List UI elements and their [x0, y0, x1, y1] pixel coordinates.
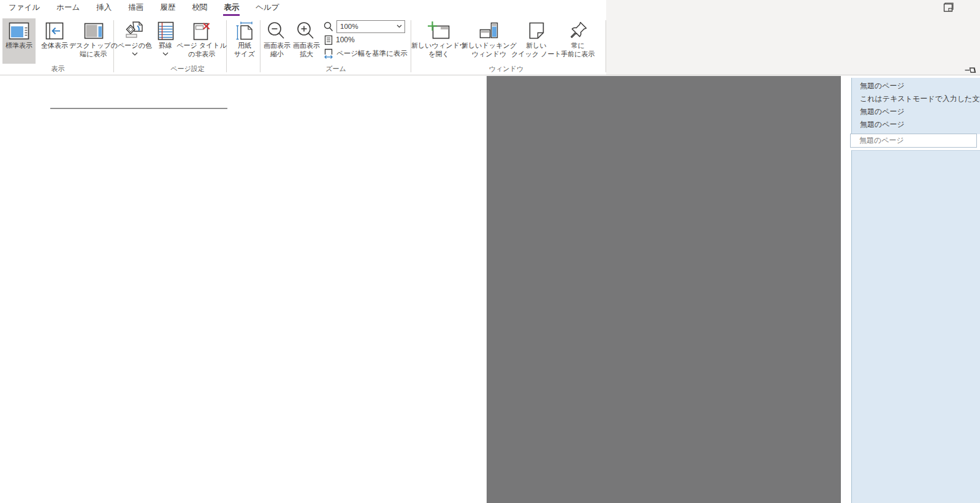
new-docked-window-label: 新しいドッキングウィンドウ — [462, 42, 517, 58]
menu-tab-view[interactable]: 表示 — [223, 0, 240, 17]
horizontal-pin-icon — [965, 66, 976, 74]
ribbon-group-view: 標準表示 全体表示 — [2, 17, 113, 75]
new-quick-note-icon — [527, 20, 546, 42]
group-label-zoom: ズーム — [262, 64, 409, 74]
normal-view-icon — [9, 20, 29, 42]
hide-page-title-label: ページ タイトルの非表示 — [177, 42, 227, 58]
group-label-view: 表示 — [2, 64, 113, 74]
chevron-down-icon[interactable] — [397, 25, 402, 28]
zoom-out-icon — [265, 20, 289, 42]
zoom-out-label: 画面表示縮小 — [264, 42, 291, 58]
paper-size-label: 用紙サイズ — [234, 42, 255, 58]
zoom-100-button[interactable]: 100% — [324, 33, 409, 47]
full-page-view-button[interactable]: 全体表示 — [36, 18, 74, 64]
ribbon-view-tab-panel: 標準表示 全体表示 — [0, 17, 980, 75]
page-list-top-block: 無題のページ これはテキストモードで入力した文章で 無題のページ 無題のページ — [851, 78, 980, 134]
menu-bar: ファイル ホーム 挿入 描画 履歴 校閲 表示 ヘルプ — [0, 0, 280, 17]
full-page-view-icon — [45, 20, 64, 42]
group-label-page-setup: ページ設定 — [116, 64, 259, 74]
content-area: 無題のページ これはテキストモードで入力した文章で 無題のページ 無題のページ … — [0, 76, 980, 503]
page-canvas[interactable] — [0, 76, 487, 503]
page-list-bottom-block — [851, 150, 980, 503]
page-color-label: ページの色 — [118, 42, 152, 50]
paper-size-button[interactable]: 用紙サイズ — [230, 18, 259, 64]
pushpin-icon — [568, 20, 588, 42]
ribbon-display-options-button[interactable] — [941, 2, 954, 15]
zoom-in-icon — [295, 20, 318, 42]
sidebar-unpin-button[interactable] — [965, 66, 976, 74]
chevron-down-icon[interactable] — [162, 52, 169, 56]
new-window-button[interactable]: 新しいウィンドウを開く — [414, 18, 463, 64]
page-color-icon — [125, 20, 145, 42]
page-color-button[interactable]: ページの色 — [116, 18, 153, 64]
page-list-item[interactable]: 無題のページ — [852, 105, 980, 118]
new-quick-note-button[interactable]: 新しいクイック ノート — [515, 18, 558, 64]
zoom-in-button[interactable]: 画面表示拡大 — [292, 18, 321, 64]
rule-lines-button[interactable]: 罫線 — [153, 18, 178, 64]
ribbon-group-window: 新しいウィンドウを開く 新しいドッキングウィンドウ — [414, 17, 598, 75]
group-label-window: ウィンドウ — [414, 64, 598, 74]
new-docked-window-icon — [479, 20, 499, 42]
new-quick-note-label: 新しいクイック ノート — [511, 42, 561, 58]
hide-page-title-icon — [193, 20, 210, 42]
zoom-level-combobox[interactable]: 100% — [336, 20, 405, 33]
app-chrome: ファイル ホーム 挿入 描画 履歴 校閲 表示 ヘルプ — [0, 0, 980, 75]
magnifier-icon — [324, 21, 333, 32]
new-window-label: 新しいウィンドウを開く — [411, 42, 466, 58]
menu-tab-draw[interactable]: 描画 — [127, 0, 144, 17]
group-separator — [606, 20, 606, 72]
menu-tab-home[interactable]: ホーム — [56, 0, 80, 17]
new-window-icon — [427, 20, 450, 42]
zoom-level-value: 100% — [340, 23, 397, 30]
normal-view-label: 標準表示 — [6, 42, 32, 50]
zoom-out-button[interactable]: 画面表示縮小 — [262, 18, 292, 64]
page-width-icon — [324, 48, 333, 59]
page-title-underline — [50, 108, 227, 109]
new-docked-window-button[interactable]: 新しいドッキングウィンドウ — [465, 18, 514, 64]
page-list-sidebar: 無題のページ これはテキストモードで入力した文章で 無題のページ 無題のページ … — [851, 76, 980, 503]
rule-lines-icon — [158, 20, 174, 42]
zoom-controls-stack: 100% — [324, 18, 409, 64]
menu-tab-help[interactable]: ヘルプ — [255, 0, 279, 17]
page-width-view-button[interactable]: ページ幅を基準に表示 — [324, 47, 409, 60]
menu-tab-file[interactable]: ファイル — [8, 0, 40, 17]
group-separator — [260, 20, 260, 72]
paper-size-icon — [235, 20, 254, 42]
rule-lines-label: 罫線 — [159, 42, 172, 50]
page-list-item[interactable]: 無題のページ — [852, 80, 980, 93]
dock-to-desktop-label: デスクトップの端に表示 — [69, 42, 118, 58]
hide-page-title-button[interactable]: ページ タイトルの非表示 — [178, 18, 226, 64]
page-list-item[interactable]: 無題のページ — [852, 118, 980, 131]
document-lines-icon — [324, 35, 333, 45]
always-on-top-button[interactable]: 常に手前に表示 — [559, 18, 597, 64]
ribbon-group-zoom: 画面表示縮小 画面表示拡大 — [262, 17, 409, 75]
menu-tab-history[interactable]: 履歴 — [159, 0, 176, 17]
app-background-panel — [487, 76, 841, 503]
menu-tab-review[interactable]: 校閲 — [191, 0, 208, 17]
dock-to-desktop-icon — [84, 20, 104, 42]
dock-to-desktop-button[interactable]: デスクトップの端に表示 — [74, 18, 113, 64]
normal-view-button[interactable]: 標準表示 — [2, 18, 36, 64]
page-width-view-label: ページ幅を基準に表示 — [336, 49, 408, 58]
always-on-top-label: 常に手前に表示 — [561, 42, 594, 58]
menu-tab-insert[interactable]: 挿入 — [96, 0, 112, 17]
zoom-100-label: 100% — [336, 36, 355, 44]
chevron-down-icon[interactable] — [132, 52, 138, 56]
window-pages-icon — [941, 2, 954, 15]
full-page-view-label: 全体表示 — [41, 42, 68, 50]
zoom-in-label: 画面表示拡大 — [293, 42, 320, 58]
ribbon-group-page-setup: ページの色 — [116, 17, 259, 75]
page-list-item-selected[interactable]: 無題のページ — [850, 134, 977, 148]
page-list-item[interactable]: これはテキストモードで入力した文章で — [852, 93, 980, 105]
